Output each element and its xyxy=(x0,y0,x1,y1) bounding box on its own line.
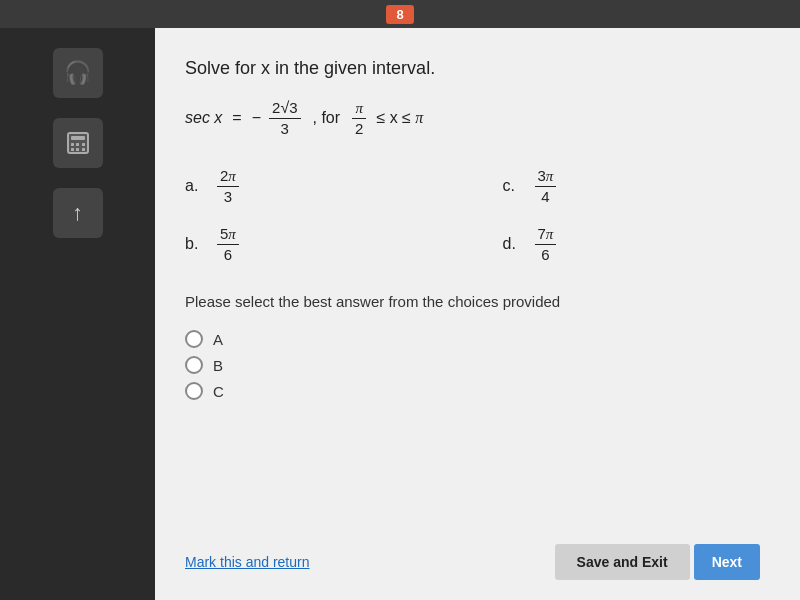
choice-d-numerator: 7π xyxy=(535,225,557,245)
select-prompt: Please select the best answer from the c… xyxy=(185,293,760,310)
next-button[interactable]: Next xyxy=(694,544,760,580)
formula-fraction: 2√3 3 xyxy=(269,99,300,137)
formula-interval-numerator: π xyxy=(352,99,366,119)
choice-a-label: a. xyxy=(185,177,205,195)
svg-rect-4 xyxy=(82,143,85,146)
headphones-icon[interactable]: 🎧 xyxy=(53,48,103,98)
radio-options: A B C xyxy=(185,330,760,400)
formula-label: sec x xyxy=(185,109,222,127)
choice-b-label: b. xyxy=(185,235,205,253)
main-content: Solve for x in the given interval. sec x… xyxy=(155,28,800,600)
choice-b-fraction: 5π 6 xyxy=(217,225,239,263)
choice-b-denominator: 6 xyxy=(221,245,235,263)
choice-d-denominator: 6 xyxy=(538,245,552,263)
svg-rect-7 xyxy=(82,148,85,151)
svg-rect-2 xyxy=(71,143,74,146)
mark-return-link[interactable]: Mark this and return xyxy=(185,554,310,570)
radio-circle-c[interactable] xyxy=(185,382,203,400)
choice-a-numerator: 2π xyxy=(217,167,239,187)
up-arrow-icon[interactable]: ↑ xyxy=(53,188,103,238)
formula-interval-fraction: π 2 xyxy=(352,99,366,137)
radio-label-a: A xyxy=(213,331,223,348)
choice-c: c. 3π 4 xyxy=(503,167,761,205)
radio-option-b[interactable]: B xyxy=(185,356,760,374)
svg-rect-5 xyxy=(71,148,74,151)
radio-circle-b[interactable] xyxy=(185,356,203,374)
formula-condition: , for xyxy=(313,109,341,127)
svg-rect-3 xyxy=(76,143,79,146)
choice-c-fraction: 3π 4 xyxy=(535,167,557,205)
choice-c-label: c. xyxy=(503,177,523,195)
choice-d-fraction: 7π 6 xyxy=(535,225,557,263)
question-title: Solve for x in the given interval. xyxy=(185,58,760,79)
radio-option-a[interactable]: A xyxy=(185,330,760,348)
choice-c-numerator: 3π xyxy=(535,167,557,187)
bottom-bar: Mark this and return Save and Exit Next xyxy=(185,534,760,580)
choice-d: d. 7π 6 xyxy=(503,225,761,263)
choice-c-denominator: 4 xyxy=(538,187,552,205)
formula-equals: = xyxy=(232,109,241,127)
choice-a-fraction: 2π 3 xyxy=(217,167,239,205)
choice-b: b. 5π 6 xyxy=(185,225,443,263)
formula-area: sec x = − 2√3 3 , for π 2 ≤ x ≤ π xyxy=(185,99,760,137)
radio-circle-a[interactable] xyxy=(185,330,203,348)
question-number-badge: 8 xyxy=(386,5,413,24)
formula-interval-denominator: 2 xyxy=(352,119,366,137)
formula-interval-text: ≤ x ≤ π xyxy=(376,109,423,127)
formula-numerator: 2√3 xyxy=(269,99,300,119)
svg-rect-1 xyxy=(71,136,85,140)
calculator-icon[interactable] xyxy=(53,118,103,168)
choice-b-numerator: 5π xyxy=(217,225,239,245)
svg-rect-6 xyxy=(76,148,79,151)
radio-label-b: B xyxy=(213,357,223,374)
radio-label-c: C xyxy=(213,383,224,400)
radio-option-c[interactable]: C xyxy=(185,382,760,400)
top-bar: 8 xyxy=(0,0,800,28)
choice-a: a. 2π 3 xyxy=(185,167,443,205)
formula-negative: − xyxy=(252,109,261,127)
left-sidebar: 🎧 ↑ xyxy=(0,28,155,600)
formula-denominator: 3 xyxy=(278,119,292,137)
choice-a-denominator: 3 xyxy=(221,187,235,205)
choices-grid: a. 2π 3 c. 3π 4 b. 5π 6 d. 7π xyxy=(185,167,760,263)
choice-d-label: d. xyxy=(503,235,523,253)
save-exit-button[interactable]: Save and Exit xyxy=(555,544,690,580)
bottom-right-buttons: Save and Exit Next xyxy=(555,544,760,580)
